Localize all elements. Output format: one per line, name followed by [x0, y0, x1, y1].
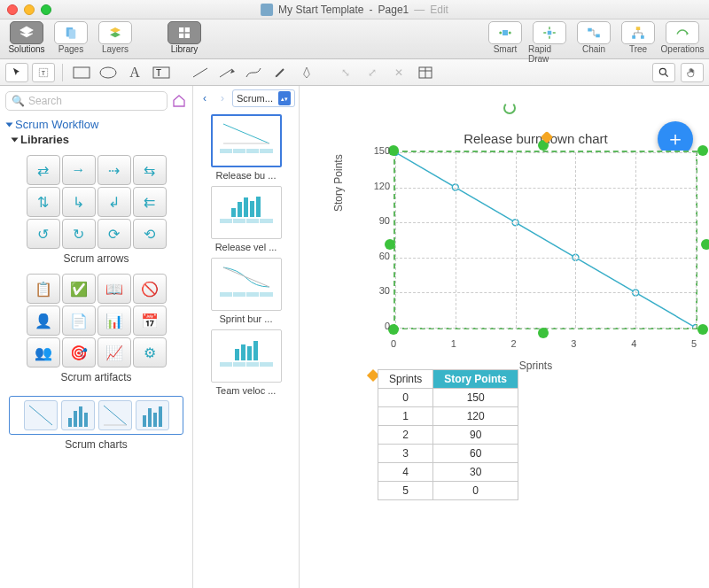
- table-tool[interactable]: [414, 63, 437, 82]
- table-row[interactable]: 430: [378, 463, 518, 482]
- stencil-item[interactable]: [24, 400, 58, 430]
- stencil-item[interactable]: ⟲: [133, 219, 167, 249]
- stencil-item[interactable]: 📊: [97, 306, 131, 336]
- arrow-tool[interactable]: [215, 63, 238, 82]
- stencil-item[interactable]: ⇆: [133, 155, 167, 185]
- table-row[interactable]: 50: [378, 482, 518, 500]
- stencil-item[interactable]: ↳: [62, 187, 96, 217]
- text-tool[interactable]: A: [123, 63, 146, 82]
- table-row[interactable]: 290: [378, 426, 518, 445]
- library-scrum-charts[interactable]: Scrum charts: [0, 387, 192, 454]
- svg-line-28: [29, 406, 52, 425]
- selection-handle[interactable]: [538, 328, 549, 338]
- x-tick-label: 5: [691, 338, 697, 349]
- thumbnail-label: Team veloc ...: [200, 385, 292, 396]
- layers-button[interactable]: Layers: [94, 21, 136, 54]
- spline-tool[interactable]: [242, 63, 265, 82]
- template-thumbnail[interactable]: Team veloc ...: [200, 329, 292, 396]
- stencil-item[interactable]: ↺: [27, 219, 60, 249]
- nav-back-button[interactable]: ‹: [197, 90, 213, 106]
- stencil-item[interactable]: 👥: [27, 337, 60, 368]
- library-button[interactable]: Library: [163, 21, 206, 54]
- minimize-window-button[interactable]: [24, 4, 35, 15]
- operations-button[interactable]: Operations: [661, 21, 704, 64]
- stencil-item[interactable]: 📅: [133, 306, 167, 336]
- selection-handle[interactable]: [697, 145, 708, 156]
- burndown-chart-object[interactable]: Release burndown chart Story Points Spri…: [365, 135, 706, 347]
- pages-button[interactable]: Pages: [50, 21, 92, 54]
- stencil-item[interactable]: →: [62, 155, 96, 185]
- selection-handle[interactable]: [385, 239, 395, 250]
- stencil-item[interactable]: 👤: [27, 306, 60, 336]
- stencil-item[interactable]: [61, 400, 95, 430]
- table-row[interactable]: 1120: [378, 407, 518, 426]
- category-dropdown[interactable]: Scrum... ▴▾: [232, 89, 295, 107]
- thumbnail-list: Release bu ...Release vel ...Sprint bur …: [193, 111, 299, 588]
- pointer-tool[interactable]: [5, 63, 28, 82]
- stencil-item[interactable]: ↻: [62, 219, 96, 249]
- stencil-item[interactable]: 📖: [97, 274, 131, 304]
- stencil-item[interactable]: 📋: [27, 274, 60, 304]
- rapid-draw-button[interactable]: Rapid Draw: [528, 21, 571, 64]
- stencil-item[interactable]: ⇇: [133, 187, 167, 217]
- nav-forward-button[interactable]: ›: [214, 90, 230, 106]
- stencil-item[interactable]: ↲: [97, 187, 131, 217]
- stencil-item[interactable]: ✅: [62, 274, 96, 304]
- template-thumbnail[interactable]: Release bu ...: [200, 114, 292, 181]
- textbox-tool[interactable]: T: [150, 63, 173, 82]
- home-button[interactable]: [171, 93, 187, 109]
- stencil-item[interactable]: ⇅: [27, 187, 60, 217]
- tree-root[interactable]: Scrum Workflow: [7, 118, 185, 131]
- tree-libraries[interactable]: Libraries: [12, 133, 185, 146]
- svg-line-29: [104, 406, 127, 425]
- data-table-object[interactable]: Sprints Story Points 0150112029036043050: [378, 369, 518, 500]
- library-scrum-artifacts[interactable]: 📋✅📖🚫 👤📄📊📅 👥🎯📈⚙ Scrum artifacts: [0, 268, 192, 387]
- svg-rect-3: [185, 27, 190, 32]
- selection-handle[interactable]: [697, 324, 708, 335]
- table-row[interactable]: 0150: [378, 389, 518, 407]
- stencil-item[interactable]: ⇄: [27, 155, 60, 185]
- text-icon: A: [129, 65, 140, 81]
- stencil-item[interactable]: 🚫: [133, 274, 167, 304]
- tree-button[interactable]: Tree: [617, 21, 659, 64]
- connector-2-tool[interactable]: ⤢: [361, 63, 384, 82]
- stencil-item[interactable]: 📄: [62, 306, 96, 336]
- selection-handle[interactable]: [701, 239, 709, 250]
- stencil-item[interactable]: 📈: [97, 337, 131, 368]
- zoom-window-button[interactable]: [41, 4, 51, 15]
- ellipse-tool[interactable]: [97, 63, 120, 82]
- stencil-item[interactable]: [136, 400, 169, 430]
- close-window-button[interactable]: [7, 4, 18, 15]
- template-thumbnail[interactable]: Release vel ...: [200, 186, 292, 252]
- stencil-item[interactable]: 🎯: [62, 337, 96, 368]
- library-scrum-arrows[interactable]: ⇄→⇢⇆ ⇅↳↲⇇ ↺↻⟳⟲ Scrum arrows: [0, 150, 192, 268]
- window-controls: [7, 4, 51, 15]
- stencil-item[interactable]: ⇢: [97, 155, 131, 185]
- table-cell: 0: [378, 389, 433, 407]
- arrow-icon: [218, 66, 236, 79]
- pen-tool[interactable]: [295, 63, 318, 82]
- stencil-item[interactable]: [98, 400, 132, 430]
- template-thumbnail[interactable]: Sprint bur ...: [200, 258, 292, 324]
- connector-3-tool[interactable]: ✕: [387, 63, 410, 82]
- connector-1-tool[interactable]: ⤡: [334, 63, 357, 82]
- line-tool[interactable]: [189, 63, 212, 82]
- main-toolbar: Solutions Pages Layers Library Smart Rap…: [0, 19, 709, 59]
- stencil-item[interactable]: ⟳: [97, 219, 131, 249]
- chart-plot-area: [393, 151, 697, 329]
- chain-button[interactable]: Chain: [573, 21, 615, 64]
- chevron-updown-icon: ▴▾: [278, 91, 291, 105]
- table-row[interactable]: 360: [378, 445, 518, 463]
- search-input[interactable]: 🔍 Search: [5, 91, 168, 111]
- svg-line-22: [220, 69, 232, 77]
- text-select-tool[interactable]: T: [32, 63, 55, 82]
- pan-tool[interactable]: [681, 63, 704, 82]
- zoom-tool[interactable]: [652, 63, 675, 82]
- smart-button[interactable]: Smart: [484, 21, 526, 64]
- y-tick-label: 60: [372, 251, 390, 261]
- drawing-canvas[interactable]: ＋ Release burndown chart Story Points Sp…: [300, 86, 709, 588]
- stencil-item[interactable]: ⚙: [133, 337, 167, 368]
- solutions-button[interactable]: Solutions: [5, 21, 48, 54]
- pencil-tool[interactable]: [269, 63, 292, 82]
- rectangle-tool[interactable]: [70, 63, 93, 82]
